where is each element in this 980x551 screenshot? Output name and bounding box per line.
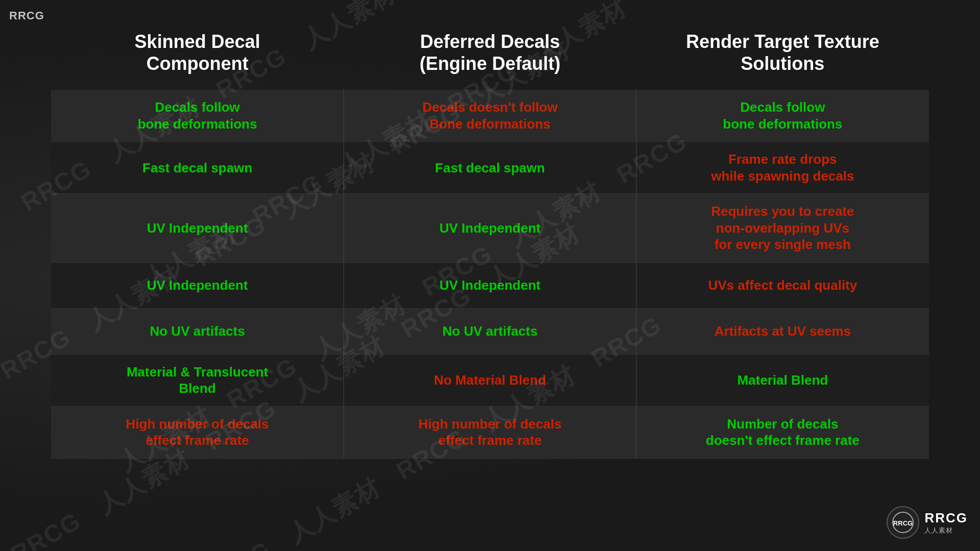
cell-r5-c2: Material Blend <box>636 355 929 407</box>
cell-r5-c0: Material & TranslucentBlend <box>51 355 344 407</box>
cell-r4-c2: Artifacts at UV seems <box>636 309 929 355</box>
col-title-2: Render Target TextureSolutions <box>642 31 924 74</box>
cell-r0-c1: Decals doesn't followBone deformations <box>344 90 636 142</box>
cell-r1-c2: Frame rate dropswhile spawning decals <box>636 142 929 194</box>
cell-text-r0-c0: Decals followbone deformations <box>138 99 257 132</box>
cell-text-r0-c2: Decals followbone deformations <box>723 99 842 132</box>
cell-r6-c0: High number of decalseffect frame rate <box>51 407 344 459</box>
col-title-1: Deferred Decals(Engine Default) <box>349 31 631 74</box>
cell-r5-c1: No Material Blend <box>344 355 636 407</box>
cell-text-r5-c1: No Material Blend <box>434 372 546 389</box>
cell-r6-c1: High number of decalseffect frame rate <box>344 407 636 459</box>
cell-text-r3-c1: UV Independent <box>439 277 541 294</box>
cell-text-r1-c1: Fast decal spawn <box>435 160 545 177</box>
col-header-0: Skinned DecalComponent <box>51 20 344 90</box>
cell-r0-c2: Decals followbone deformations <box>636 90 929 142</box>
cell-text-r0-c1: Decals doesn't followBone deformations <box>423 99 558 132</box>
rrcg-name: RRCG <box>924 510 968 526</box>
cell-r4-c0: No UV artifacts <box>51 309 344 355</box>
cell-r4-c1: No UV artifacts <box>344 309 636 355</box>
cell-r2-c2: Requires you to createnon-overlapping UV… <box>636 194 929 263</box>
cell-r1-c0: Fast decal spawn <box>51 142 344 194</box>
rrcg-logo-icon: RRCG <box>887 506 919 539</box>
cell-text-r6-c2: Number of decalsdoesn't effect frame rat… <box>706 416 860 449</box>
cell-text-r4-c2: Artifacts at UV seems <box>715 323 851 340</box>
rrcg-sub: 人人素材 <box>924 526 953 535</box>
rrcg-logo-text: RRCG 人人素材 <box>924 510 968 535</box>
cell-r6-c2: Number of decalsdoesn't effect frame rat… <box>636 407 929 459</box>
cell-r2-c0: UV Independent <box>51 194 344 263</box>
cell-text-r6-c0: High number of decalseffect frame rate <box>126 416 269 449</box>
cell-text-r2-c1: UV Independent <box>439 220 541 237</box>
cell-r0-c0: Decals followbone deformations <box>51 90 344 142</box>
cell-text-r4-c1: No UV artifacts <box>443 323 537 340</box>
cell-text-r4-c0: No UV artifacts <box>150 323 244 340</box>
cell-text-r1-c2: Frame rate dropswhile spawning decals <box>711 151 854 184</box>
cell-r3-c0: UV Independent <box>51 263 344 309</box>
cell-text-r3-c0: UV Independent <box>147 277 248 294</box>
header-row: Skinned DecalComponent Deferred Decals(E… <box>51 20 929 90</box>
main-content: Skinned DecalComponent Deferred Decals(E… <box>0 0 980 551</box>
col-header-1: Deferred Decals(Engine Default) <box>344 20 636 90</box>
cell-r1-c1: Fast decal spawn <box>344 142 636 194</box>
cell-text-r2-c0: UV Independent <box>147 220 248 237</box>
col-title-0: Skinned DecalComponent <box>56 31 338 74</box>
rrcg-logo: RRCG RRCG 人人素材 <box>887 506 968 539</box>
brand-topleft: RRCG <box>9 9 44 22</box>
col-header-2: Render Target TextureSolutions <box>636 20 929 90</box>
cell-text-r5-c0: Material & TranslucentBlend <box>127 364 268 397</box>
svg-text:RRCG: RRCG <box>893 519 913 527</box>
cell-r2-c1: UV Independent <box>344 194 636 263</box>
cell-text-r5-c2: Material Blend <box>737 372 828 389</box>
comparison-table: Decals followbone deformationsDecals doe… <box>51 90 929 459</box>
cell-text-r2-c2: Requires you to createnon-overlapping UV… <box>711 203 854 253</box>
cell-text-r6-c1: High number of decalseffect frame rate <box>419 416 561 449</box>
cell-text-r3-c2: UVs affect decal quality <box>708 277 857 294</box>
cell-text-r1-c0: Fast decal spawn <box>142 160 252 177</box>
cell-r3-c2: UVs affect decal quality <box>636 263 929 309</box>
cell-r3-c1: UV Independent <box>344 263 636 309</box>
